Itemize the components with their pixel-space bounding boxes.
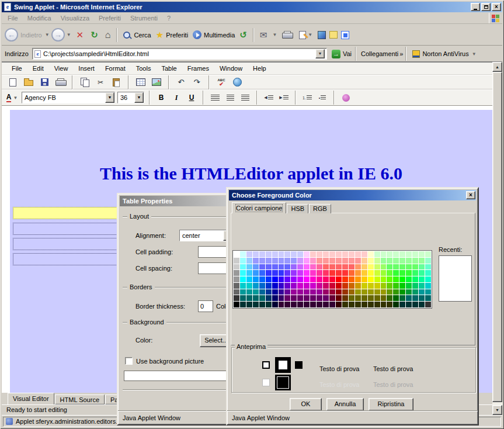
palette-swatch[interactable] xyxy=(342,302,348,307)
palette-swatch[interactable] xyxy=(284,289,290,295)
palette-swatch[interactable] xyxy=(240,258,246,264)
palette-swatch[interactable] xyxy=(425,295,431,301)
recent-swatch[interactable] xyxy=(453,282,458,288)
palette-swatch[interactable] xyxy=(240,302,246,307)
palette-swatch[interactable] xyxy=(362,302,367,307)
palette-swatch[interactable] xyxy=(272,251,278,257)
palette-swatch[interactable] xyxy=(425,276,431,282)
palette-swatch[interactable] xyxy=(317,295,322,301)
favorites-label[interactable]: Preferiti xyxy=(166,32,188,39)
palette-swatch[interactable] xyxy=(425,289,431,295)
palette-swatch[interactable] xyxy=(349,270,354,276)
back-dropdown-icon[interactable]: ▼ xyxy=(45,32,50,37)
palette-swatch[interactable] xyxy=(399,270,405,276)
palette-swatch[interactable] xyxy=(406,258,412,264)
palette-swatch[interactable] xyxy=(240,289,246,295)
palette-swatch[interactable] xyxy=(355,264,361,270)
palette-swatch[interactable] xyxy=(246,270,252,276)
palette-swatch[interactable] xyxy=(329,302,335,307)
palette-swatch[interactable] xyxy=(253,270,259,276)
browser-preview-button[interactable] xyxy=(231,77,244,88)
color-dialog-close-button[interactable]: × xyxy=(466,191,475,199)
palette-swatch[interactable] xyxy=(374,295,380,301)
recent-swatch[interactable] xyxy=(458,295,464,300)
ie-menu-file[interactable]: File xyxy=(3,15,23,22)
palette-swatch[interactable] xyxy=(374,283,380,289)
special-character-button[interactable] xyxy=(339,92,352,103)
cancel-button[interactable]: Annulla xyxy=(326,398,364,411)
ie-menu-[interactable]: ? xyxy=(162,15,175,22)
palette-swatch[interactable] xyxy=(329,270,335,276)
print-button[interactable] xyxy=(282,31,292,39)
palette-swatch[interactable] xyxy=(374,251,380,257)
cut-button[interactable]: ✂ xyxy=(94,77,107,88)
palette-swatch[interactable] xyxy=(297,302,303,307)
palette-swatch[interactable] xyxy=(310,283,316,289)
palette-swatch[interactable] xyxy=(342,283,348,289)
border-thickness-field[interactable]: 0 xyxy=(198,300,213,312)
tab-swatches[interactable]: Colori campione xyxy=(232,202,286,213)
recent-swatch[interactable] xyxy=(458,257,464,262)
palette-swatch[interactable] xyxy=(368,289,374,295)
address-input[interactable]: e C:\projects\sampledir\HtmlEditor.html … xyxy=(32,48,327,60)
media-icon[interactable] xyxy=(193,30,201,39)
palette-swatch[interactable] xyxy=(279,258,284,264)
palette-swatch[interactable] xyxy=(368,295,374,301)
forward-dropdown-icon[interactable]: ▼ xyxy=(67,32,71,37)
palette-swatch[interactable] xyxy=(381,251,387,257)
color-dialog-title-bar[interactable]: Choose Foreground Color xyxy=(229,190,476,200)
palette-swatch[interactable] xyxy=(374,264,380,270)
palette-swatch[interactable] xyxy=(393,251,399,257)
palette-swatch[interactable] xyxy=(381,276,387,282)
palette-swatch[interactable] xyxy=(279,251,284,257)
outdent-button[interactable]: ◀ xyxy=(262,92,275,103)
recent-swatch[interactable] xyxy=(465,288,471,294)
search-icon[interactable] xyxy=(122,30,131,40)
palette-swatch[interactable] xyxy=(297,283,303,289)
palette-swatch[interactable] xyxy=(393,302,399,307)
palette-swatch[interactable] xyxy=(387,276,392,282)
alignment-combo[interactable]: center ▼ xyxy=(179,230,233,241)
palette-swatch[interactable] xyxy=(253,251,259,257)
palette-swatch[interactable] xyxy=(246,251,252,257)
palette-swatch[interactable] xyxy=(381,258,387,264)
ie-menu-preferiti[interactable]: Preferiti xyxy=(94,15,126,22)
palette-swatch[interactable] xyxy=(310,289,316,295)
back-label[interactable]: Indietro xyxy=(20,32,42,39)
palette-swatch[interactable] xyxy=(266,289,272,295)
palette-swatch[interactable] xyxy=(362,251,367,257)
palette-swatch[interactable] xyxy=(342,264,348,270)
stop-button[interactable]: ✕ xyxy=(77,30,84,40)
palette-swatch[interactable] xyxy=(412,270,418,276)
recent-swatch[interactable] xyxy=(446,288,452,294)
palette-swatch[interactable] xyxy=(342,295,348,301)
recent-swatch[interactable] xyxy=(446,276,452,282)
palette-swatch[interactable] xyxy=(381,302,387,307)
recent-swatch[interactable] xyxy=(453,257,458,262)
palette-swatch[interactable] xyxy=(272,302,278,307)
align-center-button[interactable] xyxy=(224,92,237,103)
recent-swatch[interactable] xyxy=(465,263,471,269)
palette-swatch[interactable] xyxy=(393,258,399,264)
palette-swatch[interactable] xyxy=(362,258,367,264)
palette-swatch[interactable] xyxy=(355,251,361,257)
palette-swatch[interactable] xyxy=(304,251,310,257)
palette-swatch[interactable] xyxy=(387,264,392,270)
palette-swatch[interactable] xyxy=(323,295,329,301)
palette-swatch[interactable] xyxy=(393,295,399,301)
recent-swatch[interactable] xyxy=(458,269,464,275)
palette-swatch[interactable] xyxy=(419,264,425,270)
palette-swatch[interactable] xyxy=(374,289,380,295)
palette-swatch[interactable] xyxy=(412,302,418,307)
palette-swatch[interactable] xyxy=(368,302,374,307)
palette-swatch[interactable] xyxy=(368,283,374,289)
palette-swatch[interactable] xyxy=(355,289,361,295)
palette-swatch[interactable] xyxy=(272,276,278,282)
palette-swatch[interactable] xyxy=(381,264,387,270)
recent-swatch[interactable] xyxy=(453,276,458,282)
palette-swatch[interactable] xyxy=(399,264,405,270)
palette-swatch[interactable] xyxy=(259,258,265,264)
palette-swatch[interactable] xyxy=(381,295,387,301)
palette-swatch[interactable] xyxy=(304,264,310,270)
palette-swatch[interactable] xyxy=(291,283,297,289)
